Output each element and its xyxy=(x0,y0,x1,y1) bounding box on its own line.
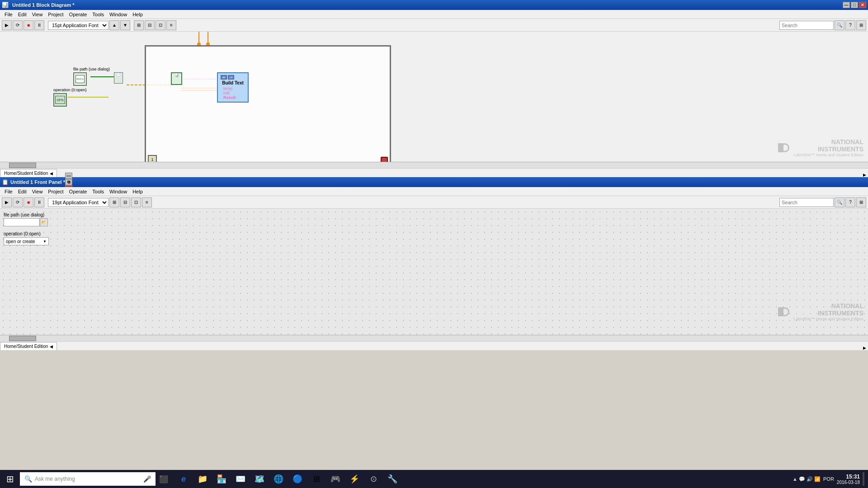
front-panel-scrollbar[interactable] xyxy=(0,335,658,341)
block-diagram-window: 📊 Untitled 1 Block Diagram * — □ ✕ File … xyxy=(0,0,658,177)
fp-operation-value: open or create xyxy=(6,239,35,244)
tab-home-student-bottom[interactable]: Home/Student Edition ◀ xyxy=(0,342,57,350)
block-diagram-toolbar: ▶ ⟳ ■ ⏸ 15pt Application Font ▲ ▼ ⊞ ⊟ ⊡ … xyxy=(0,19,658,32)
fp-operation-label: operation (0:open) xyxy=(4,231,49,236)
front-panel-title: Untitled 1 Front Panel * xyxy=(10,179,65,185)
menu-edit[interactable]: Edit xyxy=(15,11,29,18)
front-panel-canvas: file path (use dialog) 📂 operation (0:op… xyxy=(0,209,658,335)
fp-menu-edit[interactable]: Edit xyxy=(15,188,29,195)
fp-resize-button[interactable]: ⊡ xyxy=(131,197,141,207)
fp-file-path-label: file path (use dialog) xyxy=(4,212,48,217)
operation-node-icon[interactable]: OPN xyxy=(53,93,67,107)
fp-enum-arrow: ▼ xyxy=(43,239,47,244)
fp-menu-help[interactable]: Help xyxy=(130,188,146,195)
front-panel-window: 📋 Untitled 1 Front Panel * — ⧉ ✕ File Ed… xyxy=(0,177,658,350)
menu-window[interactable]: Window xyxy=(107,11,130,18)
menu-file[interactable]: File xyxy=(2,11,15,18)
fp-menu-operate[interactable]: Operate xyxy=(66,188,90,195)
fp-reorder-button[interactable]: ≡ xyxy=(142,197,152,207)
menu-help[interactable]: Help xyxy=(130,11,146,18)
tab-collapse-icon: ◀ xyxy=(50,171,53,176)
file-path-node-icon[interactable]: PATH xyxy=(73,72,87,86)
fp-menu-file[interactable]: File xyxy=(2,188,15,195)
block-diagram-scrollbar[interactable] xyxy=(0,162,658,168)
fp-menu-tools[interactable]: Tools xyxy=(90,188,107,195)
align-button[interactable]: ⊞ xyxy=(134,20,144,30)
font-size-down-button[interactable]: ▼ xyxy=(120,20,130,30)
fp-scrollbar-thumb[interactable] xyxy=(9,336,36,341)
abort-button[interactable]: ■ xyxy=(24,20,33,30)
fp-run-cont-button[interactable]: ⟳ xyxy=(13,197,23,207)
font-size-up-button[interactable]: ▲ xyxy=(109,20,119,30)
scrollbar-thumb[interactable] xyxy=(9,163,36,168)
operation-node-label: operation (0:open) OPN xyxy=(53,88,87,107)
fp-font-dropdown[interactable]: 19pt Application Font xyxy=(48,198,108,207)
file-path-node-label: file path (use dialog) PATH xyxy=(73,67,110,86)
menu-project[interactable]: Project xyxy=(45,11,66,18)
distribute-button[interactable]: ⊟ xyxy=(145,20,155,30)
file-path-label: file path (use dialog) xyxy=(73,67,110,71)
fp-menu-window[interactable]: Window xyxy=(107,188,130,195)
fp-operation-group: operation (0:open) open or create ▼ xyxy=(4,231,49,245)
menu-view[interactable]: View xyxy=(29,11,46,18)
front-panel-title-bar: 📋 Untitled 1 Front Panel * — ⧉ ✕ xyxy=(0,177,658,187)
fp-restore-button[interactable]: ⧉ xyxy=(65,179,72,185)
fp-pause-button[interactable]: ⏸ xyxy=(34,197,44,207)
front-panel-menu-bar: File Edit View Project Operate Tools Win… xyxy=(0,187,658,196)
build-text-title: Build Text xyxy=(221,80,245,85)
menu-operate[interactable]: Operate xyxy=(66,11,90,18)
fp-align-button[interactable]: ⊞ xyxy=(109,197,119,207)
block-diagram-menu-bar: File Edit View Project Operate Tools Win… xyxy=(0,10,658,19)
spreadsheet-node[interactable]: 📊 xyxy=(171,72,182,85)
fp-file-path-group: file path (use dialog) 📂 xyxy=(4,212,48,226)
fp-run-button[interactable]: ▶ xyxy=(2,197,12,207)
reorder-button[interactable]: ≡ xyxy=(166,20,176,30)
build-text-icon-area: ab cd xyxy=(221,75,245,80)
menu-tools[interactable]: Tools xyxy=(90,11,107,18)
block-diagram-title: Untitled 1 Block Diagram * xyxy=(10,2,658,8)
front-panel-tab-bar: Home/Student Edition ◀ ▶ xyxy=(0,341,658,350)
fp-distribute-button[interactable]: ⊟ xyxy=(120,197,130,207)
fp-menu-view[interactable]: View xyxy=(29,188,46,195)
iteration-terminal: 1 xyxy=(148,155,157,162)
fp-file-path-control: 📂 xyxy=(4,218,48,226)
fp-path-input[interactable] xyxy=(4,218,40,226)
build-text-node[interactable]: ab cd Build Text temp mill Result xyxy=(217,72,249,103)
fp-operation-enum[interactable]: open or create ▼ xyxy=(4,237,49,245)
block-diagram-title-bar: 📊 Untitled 1 Block Diagram * — □ ✕ xyxy=(0,0,658,10)
build-text-port-mill: mill xyxy=(221,91,245,95)
build-text-port-temp: temp xyxy=(221,86,245,91)
fp-minimize-button[interactable]: — xyxy=(65,173,72,179)
build-text-port-result: Result xyxy=(221,95,245,100)
front-panel-toolbar: ▶ ⟳ ■ ⏸ 19pt Application Font ⊞ ⊟ ⊡ ≡ 🔍 … xyxy=(0,196,658,209)
fp-tab-collapse-icon: ◀ xyxy=(50,344,53,349)
operation-label: operation (0:open) xyxy=(53,88,87,92)
tab-home-student-top[interactable]: Home/Student Edition ◀ xyxy=(0,169,57,177)
block-diagram-canvas: 1 file path (use dialog) PATH 📄 📊 operat… xyxy=(0,32,658,162)
run-continuously-button[interactable]: ⟳ xyxy=(13,20,23,30)
while-loop-box: 1 xyxy=(145,45,391,162)
font-dropdown[interactable]: 15pt Application Font xyxy=(48,21,108,30)
pause-button[interactable]: ⏸ xyxy=(34,20,44,30)
fp-menu-project[interactable]: Project xyxy=(45,188,66,195)
stop-terminal xyxy=(381,157,388,162)
resize-button[interactable]: ⊡ xyxy=(156,20,165,30)
open-file-node[interactable]: 📄 xyxy=(114,72,123,84)
fp-path-browse-button[interactable]: 📂 xyxy=(40,218,48,226)
block-diagram-tab-bar: Home/Student Edition ◀ ▶ xyxy=(0,168,658,177)
run-arrow-button[interactable]: ▶ xyxy=(2,20,12,30)
fp-abort-button[interactable]: ■ xyxy=(24,197,33,207)
